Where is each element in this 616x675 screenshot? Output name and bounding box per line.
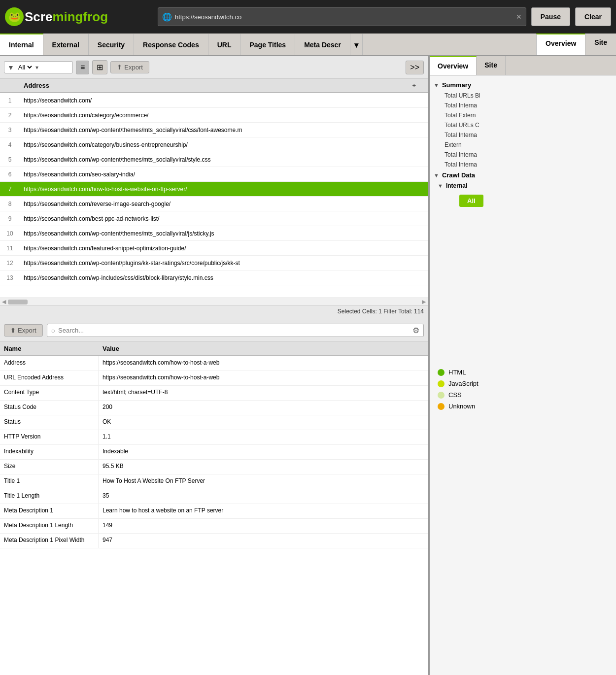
detail-row: IndexabilityIndexable — [0, 445, 428, 460]
url-row[interactable]: 13https://seosandwitch.com/wp-includes/c… — [0, 270, 428, 285]
frog-icon: 🐸 — [5, 7, 24, 26]
summary-item-2[interactable]: Total Extern — [430, 110, 616, 120]
summary-section-header[interactable]: ▼ Summary — [430, 79, 616, 91]
tab-meta-descr[interactable]: Meta Descr — [295, 34, 350, 55]
filter-bar: ▼ All ▾ ≡ ⊞ ⬆ Export >> — [0, 56, 428, 79]
url-row[interactable]: 12https://seosandwitch.com/wp-content/pl… — [0, 256, 428, 270]
clear-url-icon[interactable]: ✕ — [516, 13, 522, 21]
url-row[interactable]: 10https://seosandwitch.com/wp-content/th… — [0, 226, 428, 241]
detail-row: Title 1How To Host A Website On FTP Serv… — [0, 474, 428, 489]
css-label: CSS — [448, 391, 462, 399]
detail-name: Meta Description 1 Pixel Width — [0, 534, 99, 548]
search-icon: ○ — [51, 327, 55, 335]
row-number: 7 — [0, 186, 20, 193]
legend-html: HTML — [438, 367, 608, 378]
row-number: 1 — [0, 97, 20, 104]
pause-button[interactable]: Pause — [531, 7, 570, 26]
detail-search-box[interactable]: ○ ⚙ — [47, 324, 424, 337]
javascript-dot — [438, 380, 445, 387]
row-address: https://seosandwitch.com/category/busine… — [20, 141, 428, 148]
summary-item-4[interactable]: Total Interna — [430, 130, 616, 140]
detail-table: Name Value Addresshttps://seosandwitch.c… — [0, 342, 428, 675]
summary-item-7[interactable]: Total Interna — [430, 160, 616, 169]
url-bar[interactable]: 🌐 ✕ — [158, 7, 526, 26]
tab-internal[interactable]: Internal — [0, 34, 43, 55]
more-button[interactable]: >> — [406, 61, 424, 74]
url-row[interactable]: 3https://seosandwitch.com/wp-content/the… — [0, 123, 428, 137]
crawl-data-label: Crawl Data — [442, 171, 475, 179]
detail-name: Title 1 Length — [0, 489, 99, 504]
url-row[interactable]: 9https://seosandwitch.com/best-ppc-ad-ne… — [0, 211, 428, 226]
tab-site[interactable]: Site — [585, 34, 616, 55]
tree-view-button[interactable]: ⊞ — [92, 60, 107, 74]
detail-name: Address — [0, 356, 99, 371]
detail-rows: Addresshttps://seosandwitch.com/how-to-h… — [0, 356, 428, 675]
add-column-icon[interactable]: + — [412, 82, 416, 89]
row-address: https://seosandwitch.com/wp-content/them… — [20, 230, 428, 237]
detail-name: Status — [0, 415, 99, 430]
row-address: https://seosandwitch.com/wp-content/plug… — [20, 260, 428, 267]
detail-value: OK — [99, 415, 428, 430]
row-number: 2 — [0, 112, 20, 119]
globe-icon: 🌐 — [162, 12, 172, 22]
legend-css: CSS — [438, 389, 608, 401]
address-header: Address + — [20, 81, 420, 90]
tab-overview[interactable]: Overview — [536, 34, 585, 55]
detail-name: Title 1 — [0, 474, 99, 489]
detail-value: https://seosandwitch.com/how-to-host-a-w… — [99, 371, 428, 385]
clear-button[interactable]: Clear — [575, 7, 611, 26]
filter-settings-icon[interactable]: ⚙ — [412, 326, 419, 335]
tab-external[interactable]: External — [43, 34, 89, 55]
crawl-data-section-header[interactable]: ▼ Crawl Data — [430, 169, 616, 181]
summary-item-6[interactable]: Total Interna — [430, 150, 616, 160]
export-button[interactable]: ⬆ Export — [110, 61, 149, 73]
url-row[interactable]: 6https://seosandwitch.com/seo-salary-ind… — [0, 167, 428, 182]
summary-item-3[interactable]: Total URLs C — [430, 120, 616, 130]
name-column-header: Name — [0, 342, 99, 355]
url-row[interactable]: 4https://seosandwitch.com/category/busin… — [0, 137, 428, 152]
unknown-dot — [438, 403, 445, 410]
tab-security[interactable]: Security — [89, 34, 134, 55]
list-view-button[interactable]: ≡ — [76, 61, 89, 74]
all-button[interactable]: All — [459, 195, 483, 207]
row-address: https://seosandwitch.com/wp-includes/css… — [20, 274, 428, 281]
url-row[interactable]: 1https://seosandwitch.com/ — [0, 93, 428, 108]
summary-item-5[interactable]: Extern — [430, 140, 616, 150]
url-input[interactable] — [175, 13, 513, 21]
detail-value: text/html; charset=UTF-8 — [99, 386, 428, 400]
detail-value: 200 — [99, 401, 428, 415]
url-row[interactable]: 2https://seosandwitch.com/category/ecomm… — [0, 108, 428, 123]
summary-item-0[interactable]: Total URLs Bl — [430, 91, 616, 101]
internal-sub-header[interactable]: ▼ Internal — [430, 181, 616, 191]
filter-icon: ▼ — [7, 64, 14, 71]
url-row[interactable]: 5https://seosandwitch.com/wp-content/the… — [0, 152, 428, 167]
summary-label: Summary — [442, 81, 471, 89]
detail-search-input[interactable] — [58, 327, 410, 334]
filter-dropdown-select[interactable]: All — [16, 63, 34, 71]
detail-row: Addresshttps://seosandwitch.com/how-to-h… — [0, 356, 428, 371]
right-tab-overview[interactable]: Overview — [430, 56, 477, 75]
tab-response-codes[interactable]: Response Codes — [134, 34, 208, 55]
row-number: 13 — [0, 274, 20, 281]
tab-url[interactable]: URL — [208, 34, 241, 55]
row-address: https://seosandwitch.com/wp-content/them… — [20, 127, 428, 134]
url-row[interactable]: 8https://seosandwitch.com/reverse-image-… — [0, 197, 428, 211]
h-scroll-thumb[interactable] — [8, 300, 28, 304]
detail-row: HTTP Version1.1 — [0, 430, 428, 445]
app-header: 🐸 Scremingfrog 🌐 ✕ Pause Clear — [0, 0, 616, 34]
detail-value: 149 — [99, 519, 428, 533]
summary-arrow: ▼ — [434, 82, 439, 88]
filter-select-wrap[interactable]: ▼ All ▾ — [4, 61, 73, 73]
summary-item-1[interactable]: Total Interna — [430, 101, 616, 110]
url-row[interactable]: 7https://seosandwitch.com/how-to-host-a-… — [0, 182, 428, 197]
tab-page-titles[interactable]: Page Titles — [240, 34, 295, 55]
right-tab-site[interactable]: Site — [477, 56, 506, 75]
url-row[interactable]: 11https://seosandwitch.com/featured-snip… — [0, 241, 428, 256]
detail-export-button[interactable]: ⬆ Export — [4, 324, 43, 337]
detail-row: URL Encoded Addresshttps://seosandwitch.… — [0, 371, 428, 386]
tab-more-dropdown[interactable]: ▾ — [350, 34, 363, 55]
detail-name: Size — [0, 460, 99, 474]
row-number: 4 — [0, 141, 20, 148]
row-address: https://seosandwitch.com/how-to-host-a-w… — [20, 186, 428, 193]
horizontal-scrollbar[interactable]: ◀ ▶ — [0, 298, 428, 305]
